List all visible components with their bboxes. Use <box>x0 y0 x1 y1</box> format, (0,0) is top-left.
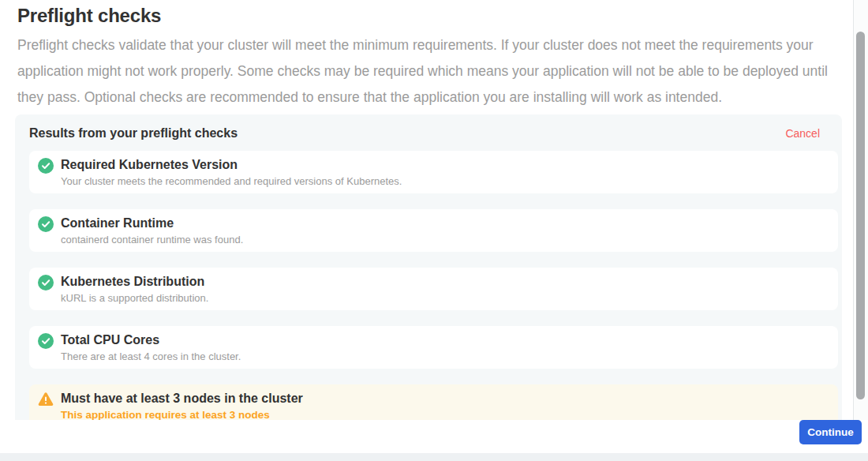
check-message: containerd container runtime was found. <box>61 234 243 245</box>
check-card-node-count: Must have at least 3 nodes in the cluste… <box>29 384 838 420</box>
check-message: kURL is a supported distribution. <box>61 292 208 304</box>
check-list: Required Kubernetes Version Your cluster… <box>15 151 842 420</box>
check-title: Kubernetes Distribution <box>61 274 208 289</box>
check-title: Total CPU Cores <box>61 332 241 347</box>
check-title: Must have at least 3 nodes in the cluste… <box>61 391 303 406</box>
check-circle-icon <box>38 216 54 232</box>
panel-title: Results from your preflight checks <box>29 126 238 141</box>
preflight-results-panel: Results from your preflight checks Cance… <box>15 114 842 420</box>
check-card-kubernetes-distribution: Kubernetes Distribution kURL is a suppor… <box>29 268 838 310</box>
check-message: This application requires at least 3 nod… <box>61 409 303 420</box>
panel-header: Results from your preflight checks Cance… <box>15 114 842 151</box>
page-title: Preflight checks <box>17 5 838 27</box>
check-message: There are at least 4 cores in the cluste… <box>61 350 241 362</box>
check-title: Required Kubernetes Version <box>61 157 402 172</box>
cancel-link[interactable]: Cancel <box>785 127 820 140</box>
continue-button[interactable]: Continue <box>799 420 862 444</box>
check-card-cpu-cores: Total CPU Cores There are at least 4 cor… <box>29 326 838 369</box>
check-card-container-runtime: Container Runtime containerd container r… <box>29 209 838 252</box>
preflight-page: Preflight checks Preflight checks valida… <box>0 0 868 461</box>
bottom-strip <box>0 453 868 461</box>
page-header: Preflight checks Preflight checks valida… <box>17 5 838 111</box>
check-message: Your cluster meets the recommended and r… <box>61 175 402 187</box>
check-card-kubernetes-version: Required Kubernetes Version Your cluster… <box>29 151 838 193</box>
check-title: Container Runtime <box>61 216 243 230</box>
scrollbar-thumb[interactable] <box>856 32 865 399</box>
warning-triangle-icon <box>38 392 54 407</box>
check-circle-icon <box>38 158 54 174</box>
check-circle-icon <box>38 333 54 349</box>
page-description: Preflight checks validate that your clus… <box>17 32 838 111</box>
check-circle-icon <box>38 275 54 290</box>
